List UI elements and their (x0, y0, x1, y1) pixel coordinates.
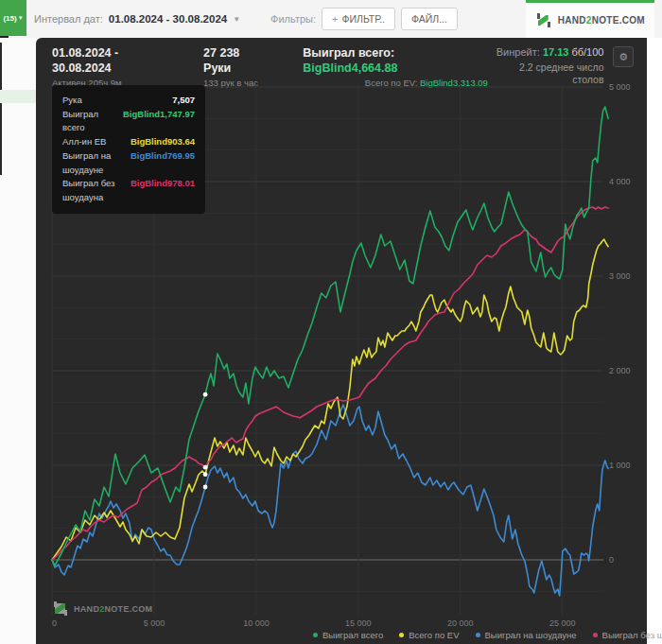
chart-tooltip: Рука7,507 Выиграл всегоBigBlind1,747.97 … (52, 85, 205, 214)
chevron-down-icon[interactable]: ▼ (233, 15, 240, 24)
settings-gear-button[interactable]: ⚙ (613, 46, 634, 67)
tooltip-value: BigBlind903.64 (131, 135, 195, 149)
legend-dot-icon (593, 633, 598, 637)
won-total-value: BigBlind4,664.88 (303, 61, 397, 75)
file-button-label: ФАЙЛ... (411, 13, 447, 25)
legend-dot-icon (476, 633, 480, 637)
hand2note-logo-icon (537, 13, 551, 27)
legend-label: Выиграл без шоудауна (602, 630, 662, 640)
hand2note-brand[interactable]: HAND2NOTE.COM (526, 0, 654, 38)
add-filter-button[interactable]: + ФИЛЬТР.. (322, 8, 395, 30)
date-interval-value[interactable]: 01.08.2024 - 30.08.2024 (109, 13, 227, 25)
legend-label: Всего по EV (409, 630, 459, 640)
tooltip-value: BigBlind978.01 (131, 177, 195, 204)
hand2note-logo-icon (54, 601, 68, 616)
legend-item[interactable]: Выиграл без шоудауна (593, 630, 662, 640)
green-tab-badge[interactable]: (15)▼ (0, 0, 26, 36)
hover-marker-dot (203, 392, 208, 397)
winrate-label: Винрейт: (496, 46, 543, 58)
date-range-value: 01.08.2024 - 30.08.2024 (52, 46, 178, 76)
chart-legend: Выиграл всегоВсего по EVВыиграл на шоуда… (313, 630, 662, 640)
series-line[interactable] (52, 207, 608, 560)
tooltip-label: Выиграл всего (62, 108, 123, 135)
axis-tick-label: 15 000 (345, 618, 372, 628)
tooltip-value: 7,507 (172, 94, 195, 108)
axis-tick-label: 0 (609, 555, 614, 565)
axis-tick-label: 5 000 (144, 618, 166, 628)
rail-divider (0, 43, 2, 175)
watermark-text: HAND2NOTE.COM (74, 604, 152, 614)
legend-label: Выиграл на шоудауне (485, 630, 577, 640)
hover-marker-dot (203, 465, 208, 470)
hover-marker-dot (203, 485, 208, 490)
tooltip-value: BigBlind1,747.97 (123, 108, 195, 135)
legend-item[interactable]: Всего по EV (399, 630, 459, 640)
graph-header: 01.08.2024 - 30.08.2024 Активен 205ч 9м … (36, 38, 647, 81)
tooltip-label: Алл-ин ЕВ (62, 135, 106, 149)
hover-marker-dot (203, 472, 208, 477)
brand-text: HAND2NOTE.COM (558, 15, 645, 26)
chevron-down-icon: ▼ (18, 15, 24, 21)
plus-icon: + (332, 13, 338, 25)
winrate-value: 17.13 (543, 46, 569, 58)
rail-highlight (0, 90, 36, 103)
filters-label: Фильтры: (270, 13, 316, 25)
axis-tick-label: 25 000 (549, 618, 576, 628)
legend-label: Выиграл всего (322, 630, 383, 640)
file-button[interactable]: ФАЙЛ... (401, 8, 458, 30)
axis-tick-label: 0 (52, 618, 57, 628)
legend-dot-icon (313, 633, 318, 637)
watermark: HAND2NOTE.COM (54, 601, 152, 616)
tooltip-label: Выиграл без шоудауна (62, 177, 131, 204)
axis-tick-label: 20 000 (447, 618, 474, 628)
top-toolbar: (15)▼ Интервал дат: 01.08.2024 - 30.08.2… (0, 0, 662, 38)
tooltip-label: Рука (62, 94, 82, 108)
tooltip-label: Выиграл на шоудауне (62, 149, 131, 177)
right-margin (647, 38, 662, 644)
date-interval-label: Интервал дат: (34, 13, 103, 25)
tooltip-value: BigBlind769.95 (131, 149, 195, 177)
won-total-label: Выиграл всего: (303, 46, 394, 60)
legend-item[interactable]: Выиграл всего (313, 630, 383, 640)
axis-tick-label: 3 000 (609, 271, 631, 281)
legend-dot-icon (399, 633, 404, 637)
graph-panel: 01.08.2024 - 30.08.2024 Активен 205ч 9м … (36, 38, 647, 644)
tab-badge-count: (15) (3, 14, 16, 23)
legend-item[interactable]: Выиграл на шоудауне (476, 630, 577, 640)
axis-tick-label: 4 000 (609, 177, 631, 186)
left-sidebar-rail (0, 38, 36, 644)
axis-tick-label: 2 000 (609, 366, 631, 375)
add-filter-button-label: ФИЛЬТР.. (341, 13, 385, 25)
hands-count: 27 238 Руки (203, 46, 269, 76)
axis-tick-label: 1 000 (609, 461, 631, 470)
gear-icon: ⚙ (618, 51, 628, 63)
axis-tick-label: 10 000 (243, 618, 270, 628)
axis-tick-label: 5 000 (609, 82, 631, 92)
winrate-unit: бб/100 (568, 46, 603, 58)
